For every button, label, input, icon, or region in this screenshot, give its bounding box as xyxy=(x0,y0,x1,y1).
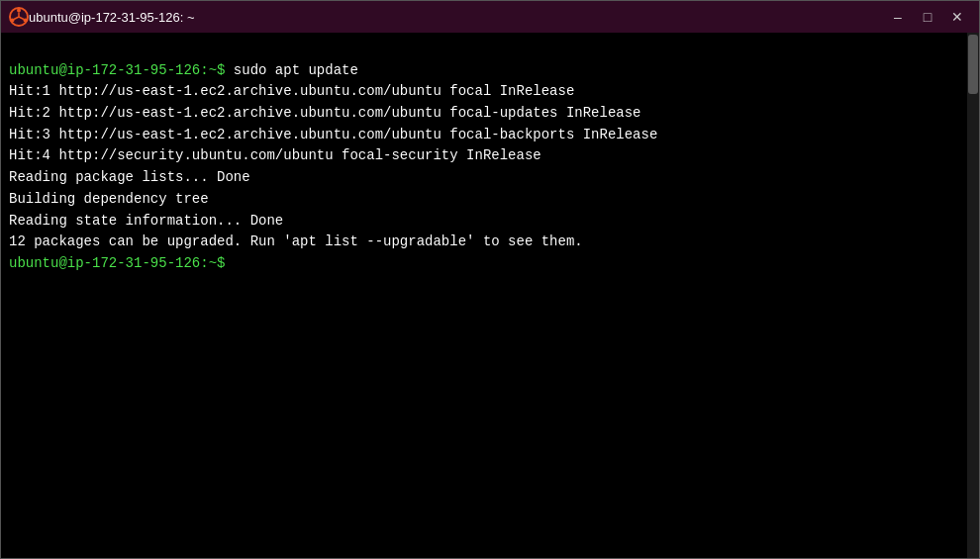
prompt-user-1: ubuntu@ip-172-31-95-126:~$ xyxy=(9,62,225,78)
scrollbar-thumb[interactable] xyxy=(968,35,978,94)
maximize-button[interactable]: □ xyxy=(914,6,941,28)
prompt-line-2: ubuntu@ip-172-31-95-126:~$ xyxy=(9,255,234,271)
prompt-user-2: ubuntu@ip-172-31-95-126:~$ xyxy=(9,255,225,271)
prompt-line-1: ubuntu@ip-172-31-95-126:~$ sudo apt upda… xyxy=(9,62,358,78)
window-title: ubuntu@ip-172-31-95-126: ~ xyxy=(29,10,884,25)
output-line-8: 12 packages can be upgraded. Run 'apt li… xyxy=(9,233,583,249)
output-line-2: Hit:2 http://us-east-1.ec2.archive.ubunt… xyxy=(9,105,641,121)
output-line-6: Building dependency tree xyxy=(9,191,209,207)
window-controls: – □ ✕ xyxy=(884,6,971,28)
output-line-1: Hit:1 http://us-east-1.ec2.archive.ubunt… xyxy=(9,83,574,99)
titlebar: ubuntu@ip-172-31-95-126: ~ – □ ✕ xyxy=(1,1,979,33)
output-line-4: Hit:4 http://security.ubuntu.com/ubuntu … xyxy=(9,147,541,163)
minimize-button[interactable]: – xyxy=(884,6,912,28)
output-line-7: Reading state information... Done xyxy=(9,213,283,229)
terminal-window: ubuntu@ip-172-31-95-126: ~ – □ ✕ ubuntu@… xyxy=(0,0,980,559)
scrollbar-track[interactable] xyxy=(967,33,979,558)
svg-line-5 xyxy=(19,17,24,20)
ubuntu-icon xyxy=(9,7,29,27)
svg-point-1 xyxy=(17,9,21,13)
terminal-wrapper: ubuntu@ip-172-31-95-126:~$ sudo apt upda… xyxy=(1,33,979,558)
output-line-3: Hit:3 http://us-east-1.ec2.archive.ubunt… xyxy=(9,127,657,142)
terminal-output[interactable]: ubuntu@ip-172-31-95-126:~$ sudo apt upda… xyxy=(1,33,967,558)
cursor-position xyxy=(225,255,233,271)
command-1: sudo apt update xyxy=(225,62,357,78)
output-line-5: Reading package lists... Done xyxy=(9,169,250,185)
close-button[interactable]: ✕ xyxy=(943,6,971,28)
svg-line-6 xyxy=(14,17,19,20)
